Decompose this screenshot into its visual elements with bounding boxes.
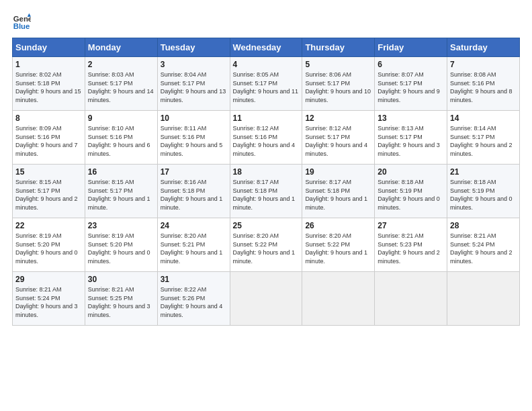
cell-text: Sunrise: 8:02 AMSunset: 5:18 PMDaylight:…	[15, 71, 82, 104]
calendar-week-2: 15Sunrise: 8:15 AMSunset: 5:17 PMDayligh…	[13, 165, 520, 218]
cell-text: Sunrise: 8:12 AMSunset: 5:17 PMDaylight:…	[305, 124, 371, 158]
day-number: 27	[378, 221, 444, 230]
table-row: 24Sunrise: 8:20 AMSunset: 5:21 PMDayligh…	[157, 218, 230, 272]
table-row: 26Sunrise: 8:20 AMSunset: 5:22 PMDayligh…	[302, 218, 375, 272]
table-row: 29Sunrise: 8:21 AMSunset: 5:24 PMDayligh…	[13, 272, 85, 326]
cell-text: Sunrise: 8:14 AMSunset: 5:17 PMDaylight:…	[450, 124, 517, 158]
table-row: 27Sunrise: 8:21 AMSunset: 5:23 PMDayligh…	[375, 218, 447, 272]
table-row: 31Sunrise: 8:22 AMSunset: 5:26 PMDayligh…	[157, 272, 230, 326]
cell-text: Sunrise: 8:21 AMSunset: 5:25 PMDaylight:…	[88, 285, 154, 319]
cell-text: Sunrise: 8:22 AMSunset: 5:26 PMDaylight:…	[161, 285, 227, 319]
table-row: 5Sunrise: 8:06 AMSunset: 5:17 PMDaylight…	[302, 57, 375, 111]
table-row: 3Sunrise: 8:04 AMSunset: 5:17 PMDaylight…	[157, 57, 230, 111]
day-number: 31	[161, 275, 227, 284]
day-number: 16	[88, 167, 154, 177]
table-row: 20Sunrise: 8:18 AMSunset: 5:19 PMDayligh…	[375, 165, 447, 218]
table-row: 8Sunrise: 8:09 AMSunset: 5:16 PMDaylight…	[13, 111, 85, 165]
day-number: 29	[15, 275, 82, 284]
table-row: 22Sunrise: 8:19 AMSunset: 5:20 PMDayligh…	[13, 218, 85, 272]
table-row	[447, 272, 520, 326]
header-friday: Friday	[375, 38, 447, 57]
day-number: 22	[15, 221, 82, 230]
cell-text: Sunrise: 8:20 AMSunset: 5:21 PMDaylight:…	[161, 232, 227, 265]
table-row: 15Sunrise: 8:15 AMSunset: 5:17 PMDayligh…	[13, 165, 85, 218]
day-number: 4	[233, 60, 300, 69]
day-number: 8	[15, 113, 82, 123]
header-saturday: Saturday	[447, 38, 520, 57]
table-row: 2Sunrise: 8:03 AMSunset: 5:17 PMDaylight…	[85, 57, 157, 111]
logo-icon: General Blue	[12, 12, 31, 31]
header-tuesday: Tuesday	[157, 38, 230, 57]
cell-text: Sunrise: 8:03 AMSunset: 5:17 PMDaylight:…	[88, 71, 154, 104]
day-number: 13	[378, 113, 444, 123]
calendar-week-1: 8Sunrise: 8:09 AMSunset: 5:16 PMDaylight…	[13, 111, 520, 165]
day-number: 10	[161, 113, 227, 123]
cell-text: Sunrise: 8:06 AMSunset: 5:17 PMDaylight:…	[305, 71, 371, 104]
cell-text: Sunrise: 8:15 AMSunset: 5:17 PMDaylight:…	[15, 178, 82, 212]
cell-text: Sunrise: 8:12 AMSunset: 5:16 PMDaylight:…	[233, 124, 300, 158]
cell-text: Sunrise: 8:04 AMSunset: 5:17 PMDaylight:…	[161, 71, 227, 104]
cell-text: Sunrise: 8:13 AMSunset: 5:17 PMDaylight:…	[378, 124, 444, 158]
day-number: 20	[378, 167, 444, 177]
cell-text: Sunrise: 8:17 AMSunset: 5:18 PMDaylight:…	[233, 178, 300, 212]
day-number: 23	[88, 221, 154, 230]
table-row: 21Sunrise: 8:18 AMSunset: 5:19 PMDayligh…	[447, 165, 520, 218]
table-row: 23Sunrise: 8:19 AMSunset: 5:20 PMDayligh…	[85, 218, 157, 272]
table-row: 25Sunrise: 8:20 AMSunset: 5:22 PMDayligh…	[230, 218, 302, 272]
calendar-week-4: 29Sunrise: 8:21 AMSunset: 5:24 PMDayligh…	[13, 272, 520, 326]
cell-text: Sunrise: 8:20 AMSunset: 5:22 PMDaylight:…	[233, 232, 300, 265]
cell-text: Sunrise: 8:18 AMSunset: 5:19 PMDaylight:…	[378, 178, 444, 212]
cell-text: Sunrise: 8:10 AMSunset: 5:16 PMDaylight:…	[88, 124, 154, 158]
table-row	[302, 272, 375, 326]
day-number: 11	[233, 113, 300, 123]
table-row: 28Sunrise: 8:21 AMSunset: 5:24 PMDayligh…	[447, 218, 520, 272]
day-number: 2	[88, 60, 154, 69]
table-row: 12Sunrise: 8:12 AMSunset: 5:17 PMDayligh…	[302, 111, 375, 165]
day-number: 30	[88, 275, 154, 284]
table-row: 13Sunrise: 8:13 AMSunset: 5:17 PMDayligh…	[375, 111, 447, 165]
table-row: 9Sunrise: 8:10 AMSunset: 5:16 PMDaylight…	[85, 111, 157, 165]
cell-text: Sunrise: 8:20 AMSunset: 5:22 PMDaylight:…	[305, 232, 371, 265]
table-row: 11Sunrise: 8:12 AMSunset: 5:16 PMDayligh…	[230, 111, 302, 165]
day-number: 7	[450, 60, 517, 69]
day-number: 21	[450, 167, 517, 177]
svg-text:Blue: Blue	[13, 22, 30, 30]
day-number: 17	[161, 167, 227, 177]
table-row: 7Sunrise: 8:08 AMSunset: 5:16 PMDaylight…	[447, 57, 520, 111]
table-row: 30Sunrise: 8:21 AMSunset: 5:25 PMDayligh…	[85, 272, 157, 326]
calendar-body: 1Sunrise: 8:02 AMSunset: 5:18 PMDaylight…	[13, 57, 520, 326]
calendar-page: General Blue SundayMondayTuesdayWednesda…	[0, 0, 532, 411]
day-number: 9	[88, 113, 154, 123]
header-wednesday: Wednesday	[230, 38, 302, 57]
cell-text: Sunrise: 8:18 AMSunset: 5:19 PMDaylight:…	[450, 178, 517, 212]
day-number: 26	[305, 221, 371, 230]
cell-text: Sunrise: 8:17 AMSunset: 5:18 PMDaylight:…	[305, 178, 371, 212]
day-number: 19	[305, 167, 371, 177]
cell-text: Sunrise: 8:16 AMSunset: 5:18 PMDaylight:…	[161, 178, 227, 212]
calendar-table: SundayMondayTuesdayWednesdayThursdayFrid…	[12, 38, 520, 326]
cell-text: Sunrise: 8:19 AMSunset: 5:20 PMDaylight:…	[88, 232, 154, 265]
day-number: 12	[305, 113, 371, 123]
cell-text: Sunrise: 8:15 AMSunset: 5:17 PMDaylight:…	[88, 178, 154, 212]
calendar-header-row: SundayMondayTuesdayWednesdayThursdayFrid…	[13, 38, 520, 57]
calendar-week-0: 1Sunrise: 8:02 AMSunset: 5:18 PMDaylight…	[13, 57, 520, 111]
table-row: 18Sunrise: 8:17 AMSunset: 5:18 PMDayligh…	[230, 165, 302, 218]
table-row: 14Sunrise: 8:14 AMSunset: 5:17 PMDayligh…	[447, 111, 520, 165]
table-row: 17Sunrise: 8:16 AMSunset: 5:18 PMDayligh…	[157, 165, 230, 218]
day-number: 18	[233, 167, 300, 177]
cell-text: Sunrise: 8:11 AMSunset: 5:16 PMDaylight:…	[161, 124, 227, 158]
cell-text: Sunrise: 8:08 AMSunset: 5:16 PMDaylight:…	[450, 71, 517, 104]
table-row	[375, 272, 447, 326]
cell-text: Sunrise: 8:07 AMSunset: 5:17 PMDaylight:…	[378, 71, 444, 104]
table-row	[230, 272, 302, 326]
day-number: 6	[378, 60, 444, 69]
table-row: 4Sunrise: 8:05 AMSunset: 5:17 PMDaylight…	[230, 57, 302, 111]
cell-text: Sunrise: 8:21 AMSunset: 5:24 PMDaylight:…	[15, 285, 82, 319]
day-number: 25	[233, 221, 300, 230]
calendar-week-3: 22Sunrise: 8:19 AMSunset: 5:20 PMDayligh…	[13, 218, 520, 272]
table-row: 10Sunrise: 8:11 AMSunset: 5:16 PMDayligh…	[157, 111, 230, 165]
logo: General Blue	[12, 12, 34, 31]
cell-text: Sunrise: 8:21 AMSunset: 5:23 PMDaylight:…	[378, 232, 444, 265]
cell-text: Sunrise: 8:09 AMSunset: 5:16 PMDaylight:…	[15, 124, 82, 158]
cell-text: Sunrise: 8:19 AMSunset: 5:20 PMDaylight:…	[15, 232, 82, 265]
